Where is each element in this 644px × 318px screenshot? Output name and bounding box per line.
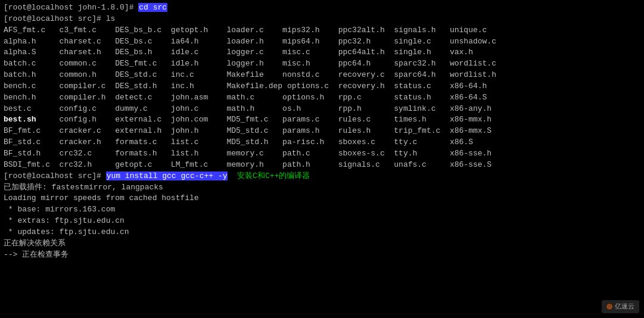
prompt-1: [root@localhost john-1.8.0]# — [4, 3, 138, 12]
bold-bestsh: best.sh — [4, 115, 36, 124]
line-17: 已加载插件: fastestmirror, langpacks — [4, 182, 640, 194]
line-21: * updates: ftp.sjtu.edu.cn — [4, 227, 640, 238]
line-23: --> 正在检查事务 — [4, 250, 640, 261]
line-5: alpha.S charset.h DES_bs.h idle.c logger… — [4, 47, 640, 58]
watermark-logo: ◎ — [606, 302, 612, 311]
line-4: alpha.h charset.c DES_bs.c ia64.h loader… — [4, 36, 640, 48]
line-7: batch.h common.h DES_std.c inc.c Makefil… — [4, 70, 640, 81]
line-13: BF_std.c cracker.h formats.c list.c MD5_… — [4, 137, 640, 148]
terminal-window: [root@localhost john-1.8.0]# cd src [roo… — [0, 0, 644, 318]
watermark: ◎ 亿速云 — [602, 300, 639, 313]
line-14: BF_std.h crc32.c formats.h list.h memory… — [4, 148, 640, 160]
line-15: BSDI_fmt.c crc32.h getopt.c LM_fmt.c mem… — [4, 160, 640, 171]
line-12: BF_fmt.c cracker.c external.h john.h MD5… — [4, 126, 640, 137]
prompt-16: [root@localhost src]# — [4, 172, 106, 180]
line-10: best.c config.c dummy.c john.c math.h os… — [4, 104, 640, 115]
line-19: * base: mirrors.163.com — [4, 204, 640, 216]
cmd-16: yum install gcc gcc-c++ -y — [106, 172, 228, 180]
line-20: * extras: ftp.sjtu.edu.cn — [4, 216, 640, 227]
line-22: 正在解决依赖关系 — [4, 238, 640, 250]
line-1: [root@localhost john-1.8.0]# cd src — [4, 2, 640, 14]
watermark-text: 亿速云 — [615, 302, 634, 311]
line-6: batch.c common.c DES_fmt.c idle.h logger… — [4, 58, 640, 70]
cmd-1: cd src — [138, 3, 167, 12]
prompt-2: [root@localhost src]# ls — [4, 14, 115, 23]
line-3: AFS_fmt.c c3_fmt.c DES_bs_b.c getopt.h l… — [4, 25, 640, 36]
line-9: bench.h compiler.h detect.c john.asm mat… — [4, 92, 640, 104]
line-18: Loading mirror speeds from cached hostfi… — [4, 193, 640, 204]
line-2: [root@localhost src]# ls — [4, 14, 640, 25]
line-8: bench.c compiler.c DES_std.h inc.h Makef… — [4, 81, 640, 92]
line-16: [root@localhost src]# yum install gcc gc… — [4, 171, 640, 182]
line-11: best.sh config.h external.c john.com MD5… — [4, 114, 640, 126]
annotation-16: 安装C和C++的编译器 — [237, 172, 310, 180]
